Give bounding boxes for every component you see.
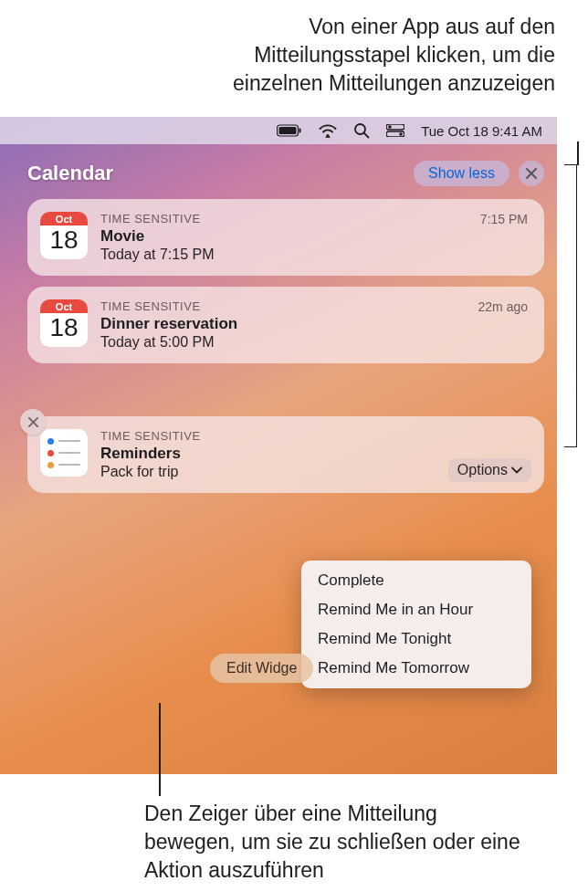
menubar-datetime[interactable]: Tue Oct 18 9:41 AM — [421, 123, 542, 139]
close-stack-button[interactable] — [519, 161, 544, 186]
menu-item-complete[interactable]: Complete — [301, 566, 531, 595]
calendar-icon-month: Oct — [40, 299, 88, 313]
control-center-icon[interactable] — [386, 124, 404, 137]
chevron-down-icon — [511, 466, 522, 474]
notification-label: TIME SENSITIVE — [100, 299, 528, 313]
notification-subtitle: Today at 5:00 PM — [100, 334, 528, 351]
notification-list: Calendar Show less Oct 18 TIME SENSITIVE… — [27, 161, 544, 504]
notification-label: TIME SENSITIVE — [100, 429, 528, 443]
calendar-app-icon: Oct 18 — [40, 299, 88, 347]
calendar-icon-day: 18 — [40, 225, 88, 255]
options-button[interactable]: Options — [448, 458, 531, 482]
wifi-icon — [319, 124, 337, 138]
notification-timestamp: 7:15 PM — [480, 212, 528, 226]
section-header: Calendar Show less — [27, 161, 544, 186]
svg-point-9 — [399, 132, 403, 136]
reminders-app-icon — [40, 429, 88, 477]
callout-top-text: Von einer App aus auf den Mitteilungssta… — [163, 13, 555, 98]
svg-point-3 — [327, 133, 330, 136]
close-icon — [28, 417, 38, 427]
section-title: Calendar — [27, 162, 113, 185]
reminders-notification-card[interactable]: TIME SENSITIVE Reminders Pack for trip O… — [27, 416, 544, 493]
show-less-button[interactable]: Show less — [414, 161, 509, 186]
close-notification-button[interactable] — [20, 409, 46, 435]
svg-line-5 — [364, 133, 369, 138]
notification-title: Movie — [100, 227, 528, 246]
notification-center-screenshot: Tue Oct 18 9:41 AM Calendar Show less Oc… — [0, 117, 557, 774]
calendar-icon-month: Oct — [40, 212, 88, 225]
search-icon[interactable] — [353, 122, 370, 139]
svg-point-4 — [355, 124, 365, 134]
menu-bar: Tue Oct 18 9:41 AM — [0, 117, 557, 144]
callout-bottom-text: Den Zeiger über eine Mitteilung bewegen,… — [144, 800, 528, 885]
notification-card[interactable]: Oct 18 TIME SENSITIVE Dinner reservation… — [27, 287, 544, 363]
notification-timestamp: 22m ago — [478, 299, 528, 314]
notification-card[interactable]: Oct 18 TIME SENSITIVE Movie Today at 7:1… — [27, 199, 544, 276]
notification-title: Dinner reservation — [100, 315, 528, 333]
svg-point-7 — [388, 125, 392, 129]
notification-subtitle: Today at 7:15 PM — [100, 246, 528, 263]
menu-item-remind-tomorrow[interactable]: Remind Me Tomorrow — [301, 654, 531, 683]
menu-item-remind-tonight[interactable]: Remind Me Tonight — [301, 624, 531, 654]
calendar-app-icon: Oct 18 — [40, 212, 88, 259]
options-label: Options — [457, 462, 508, 478]
battery-icon — [277, 124, 302, 137]
svg-rect-1 — [279, 127, 297, 134]
callout-bracket — [564, 164, 577, 447]
close-icon — [526, 168, 537, 179]
svg-rect-2 — [299, 129, 301, 133]
edit-widgets-button[interactable]: Edit Widge — [210, 654, 313, 683]
menu-item-remind-hour[interactable]: Remind Me in an Hour — [301, 595, 531, 624]
calendar-icon-day: 18 — [40, 313, 88, 342]
callout-line — [159, 703, 161, 796]
callout-line — [577, 142, 579, 165]
options-menu: Complete Remind Me in an Hour Remind Me … — [301, 561, 531, 688]
notification-label: TIME SENSITIVE — [100, 212, 528, 225]
